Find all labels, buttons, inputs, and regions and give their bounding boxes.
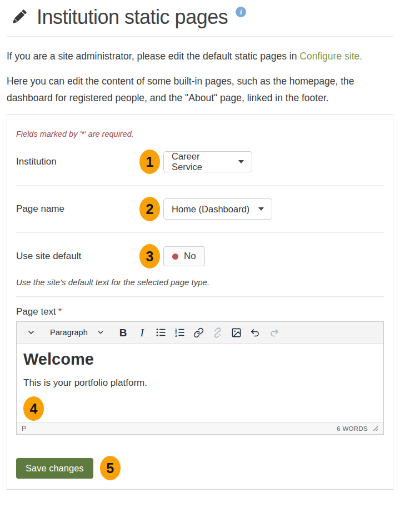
insert-link-button[interactable] [190,324,208,341]
use-site-default-row: Use site default 3 No [16,233,384,272]
pencil-icon [9,7,29,27]
page-text-label-text: Page text [16,306,56,317]
step-badge-2: 2 [139,197,160,221]
use-site-default-toggle[interactable]: No [163,246,205,266]
block-format-value: Paragraph [50,328,88,337]
unlink-button[interactable] [209,324,227,341]
editor-statusbar: P 6 WORDS [17,422,383,434]
bold-glyph: B [119,327,127,338]
configure-site-link[interactable]: Configure site. [299,51,362,62]
rich-text-editor: Paragraph B I [16,321,384,435]
italic-button[interactable]: I [133,324,151,341]
page-title: Institution static pages [37,6,228,29]
resize-grip-icon[interactable] [373,426,378,431]
page-name-select-value: Home (Dashboard) [172,204,249,215]
page-text-label: Page text* [16,306,384,317]
save-row: Save changes 5 [16,456,384,480]
caret-down-icon [258,207,264,211]
italic-glyph: I [141,327,144,338]
svg-text:3: 3 [175,334,177,337]
static-pages-form: Fields marked by '*' are required. Insti… [7,115,393,490]
info-glyph: i [240,8,242,17]
bold-button[interactable]: B [114,324,132,341]
bullet-list-button[interactable] [152,324,170,341]
editor-content-area[interactable]: Welcome This is your portfolio platform.… [17,344,383,422]
institution-select[interactable]: Career Service [163,151,252,172]
step-badge-1: 1 [139,150,160,174]
undo-button[interactable] [247,324,264,341]
use-site-default-section: Use site default 3 No Use the site's def… [16,233,384,297]
page-header: Institution static pages i [7,4,393,29]
header-divider [7,36,393,37]
institution-static-pages: Institution static pages i If you are a … [0,0,400,490]
unlink-icon [212,327,223,338]
institution-select-value: Career Service [172,151,231,172]
use-site-default-value: No [184,251,196,262]
info-circle-icon[interactable]: i [236,7,246,17]
page-name-row: Page name 2 Home (Dashboard) [16,186,384,233]
chevron-down-icon [97,329,104,336]
step-badge-4: 4 [23,396,44,421]
toolbar-more-icon[interactable] [22,324,40,341]
step-badge-5: 5 [100,456,121,480]
save-changes-button[interactable]: Save changes [16,458,93,479]
admin-note: If you are a site administrator, please … [7,48,393,64]
required-asterisk: * [58,306,62,317]
bullet-list-icon [156,327,167,338]
redo-button[interactable] [266,324,283,341]
step-badge-3: 3 [139,244,160,269]
link-icon [193,327,204,338]
institution-row: Institution 1 Career Service [16,138,384,186]
required-fields-note: Fields marked by '*' are required. [16,130,384,138]
page-name-select[interactable]: Home (Dashboard) [163,198,272,220]
use-site-default-help: Use the site's default text for the sele… [16,277,384,287]
editor-heading: Welcome [23,350,377,369]
word-count: 6 WORDS [337,425,368,432]
undo-icon [250,327,261,338]
use-site-default-label: Use site default [16,251,139,262]
numbered-list-icon: 123 [174,327,186,338]
caret-down-icon [238,160,244,163]
statusbar-right: 6 WORDS [337,425,378,432]
insert-image-button[interactable] [228,324,246,341]
block-format-select[interactable]: Paragraph [44,324,110,341]
toggle-off-dot-icon [172,253,178,260]
element-path: P [22,425,26,432]
admin-note-text: If you are a site administrator, please … [7,51,297,62]
editor-paragraph: This is your portfolio platform. [23,377,377,389]
redo-icon [269,327,279,338]
numbered-list-button[interactable]: 123 [171,324,189,341]
page-description: Here you can edit the content of some bu… [7,73,393,106]
editor-toolbar: Paragraph B I [17,322,383,344]
page-name-label: Page name [16,203,139,215]
image-icon [231,327,242,338]
institution-label: Institution [16,156,139,167]
